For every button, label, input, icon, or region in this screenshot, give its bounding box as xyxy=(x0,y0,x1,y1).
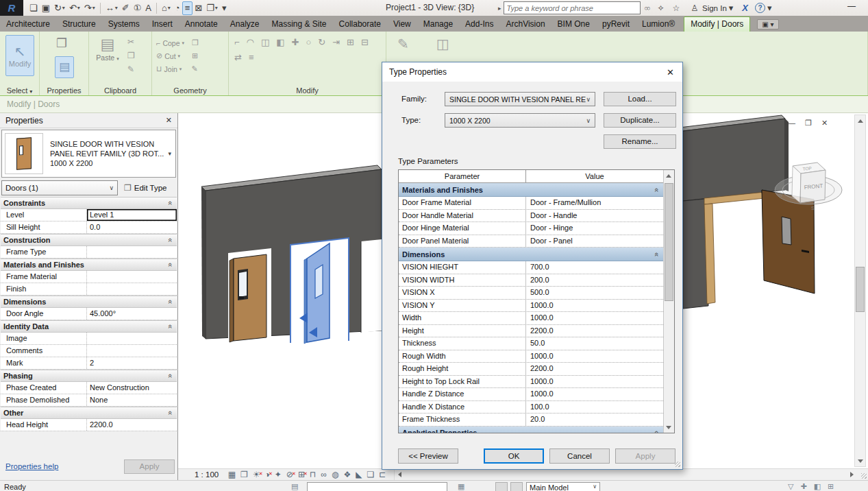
tab-pyrevit[interactable]: pyRevit xyxy=(596,17,636,32)
horizontal-scrollbar[interactable] xyxy=(394,470,868,480)
ribbon-display-toggle[interactable]: ▣ ▾ xyxy=(757,19,778,29)
match-type-properties-icon[interactable]: ✎ xyxy=(127,64,135,74)
param-value[interactable]: 200.0 xyxy=(526,274,663,287)
crop-view-icon[interactable]: ⊘✕ xyxy=(286,470,293,480)
scroll-left-arrow[interactable] xyxy=(395,470,405,480)
tab-bim-one[interactable]: BIM One xyxy=(551,17,596,32)
param-value[interactable] xyxy=(87,271,177,283)
preview-button[interactable]: << Preview xyxy=(398,448,458,464)
tab-analyze[interactable]: Analyze xyxy=(224,17,266,32)
view-scale[interactable]: 1 : 100 xyxy=(195,470,219,479)
param-value[interactable]: 1000.0 xyxy=(526,312,663,324)
param-value[interactable]: 50.0 xyxy=(526,337,663,350)
array-icon[interactable]: ⊞ xyxy=(347,37,354,47)
tab-lumion[interactable]: Lumion® xyxy=(636,17,681,32)
aligned-dimension-icon[interactable]: ✐ xyxy=(120,1,132,15)
mirror-icon[interactable]: ◫ xyxy=(261,37,269,47)
paint-icon[interactable]: ✎ xyxy=(191,64,197,73)
param-value[interactable]: 100.0 xyxy=(526,401,663,414)
tab-insert[interactable]: Insert xyxy=(146,17,179,32)
param-value[interactable]: 1000.0 xyxy=(526,350,663,363)
help-icon[interactable]: ? xyxy=(755,3,765,13)
tab-systems[interactable]: Systems xyxy=(102,17,146,32)
type-combobox[interactable]: 1000 X 2200 ∨ xyxy=(445,113,595,128)
rendering-dialog-icon[interactable]: ✦ xyxy=(275,470,282,480)
properties-close-icon[interactable]: ✕ xyxy=(166,116,172,125)
reveal-constraints-icon[interactable]: ⊏ xyxy=(379,470,386,480)
collapse-icon[interactable]: « xyxy=(653,187,661,191)
cope-button[interactable]: ⌐ Cope▾ ❐ xyxy=(156,36,225,49)
temporary-hide-isolate-icon[interactable]: ∞ xyxy=(321,470,327,480)
collapse-icon[interactable]: « xyxy=(653,252,661,256)
analytical-model-icon[interactable]: ◣ xyxy=(356,470,362,480)
collapse-icon[interactable]: « xyxy=(166,238,175,242)
copy-to-clipboard-icon[interactable]: ❐ xyxy=(127,51,135,60)
load-button[interactable]: Load... xyxy=(604,92,676,106)
param-value[interactable]: Door - Hinge xyxy=(526,222,663,235)
close-hidden-windows-icon[interactable]: ⊠ xyxy=(193,1,204,15)
ok-button[interactable]: OK xyxy=(484,448,544,464)
collapse-icon[interactable]: « xyxy=(166,411,175,415)
filter-icon[interactable]: ◧ xyxy=(814,482,821,491)
param-value[interactable]: 1000.0 xyxy=(526,388,663,400)
status-toggle-2[interactable] xyxy=(510,482,523,491)
param-value[interactable]: Level 1 xyxy=(87,209,177,221)
dialog-resize-grip[interactable] xyxy=(675,462,680,467)
reveal-hidden-icon[interactable]: ◍ xyxy=(332,470,338,480)
view-close-icon[interactable]: ✕ xyxy=(821,119,828,128)
door-blue-selected[interactable] xyxy=(290,238,349,344)
communication-center-icon[interactable]: ✧ xyxy=(657,3,664,13)
redo-icon[interactable]: ↷▾ xyxy=(82,1,97,15)
panel-label-select[interactable]: Select ▾ xyxy=(0,86,39,95)
unlocked-3d-view-icon[interactable]: ⊓ xyxy=(310,470,316,480)
palette-group-phasing[interactable]: Phasing« xyxy=(1,370,177,382)
worksets-combobox[interactable] xyxy=(307,482,447,491)
copy-modify-icon[interactable]: ○ xyxy=(306,37,311,47)
type-selector-dropdown-icon[interactable]: ▾ xyxy=(168,150,171,157)
tag-icon[interactable]: ① xyxy=(132,1,144,15)
dialog-title-bar[interactable]: Type Properties ✕ xyxy=(382,62,682,82)
table-scroll-up[interactable] xyxy=(664,170,673,181)
displacement-sets-icon[interactable]: ❏ xyxy=(367,470,374,480)
window-minimize-icon[interactable]: — xyxy=(847,1,856,11)
door-brown-open[interactable] xyxy=(704,190,815,304)
param-value[interactable]: 1000.0 xyxy=(526,376,663,388)
paste-button[interactable]: ▤ Paste ▾ xyxy=(96,36,119,81)
collapse-icon[interactable]: « xyxy=(166,300,175,304)
column-header-parameter[interactable]: Parameter xyxy=(399,170,526,182)
status-toggle-1[interactable] xyxy=(495,482,508,491)
search-icon[interactable]: ○○ xyxy=(645,5,649,12)
worksets-icon[interactable]: ▤ xyxy=(291,482,298,491)
crop-region-icon[interactable]: ⊞✕ xyxy=(298,470,305,480)
type-group-materials-and-finishes[interactable]: Materials and Finishes« xyxy=(399,183,663,197)
rename-button[interactable]: Rename... xyxy=(604,134,676,149)
temporary-view-properties-icon[interactable]: ❖ xyxy=(343,470,351,480)
collapse-icon[interactable]: « xyxy=(166,374,175,378)
sun-path-icon[interactable]: ☀✕ xyxy=(253,470,260,480)
param-value[interactable]: 45.000° xyxy=(87,308,177,320)
search-input[interactable] xyxy=(504,1,641,14)
join-button[interactable]: ⊔ Join▾ ✎ xyxy=(156,62,225,75)
panel-label-properties[interactable]: Properties xyxy=(40,86,88,95)
tab-modify-doors[interactable]: Modify | Doors xyxy=(684,16,750,32)
properties-palette-header[interactable]: Properties ✕ xyxy=(0,113,177,128)
press-drag-icon[interactable]: ✚ xyxy=(800,482,806,491)
exchange-apps-icon[interactable]: X xyxy=(742,3,748,13)
infocenter-toggle-icon[interactable]: ▸ xyxy=(498,5,501,12)
trim-icon[interactable]: ⇥ xyxy=(332,37,340,47)
param-value[interactable] xyxy=(87,345,177,357)
param-value[interactable] xyxy=(87,246,177,258)
tab-archvision[interactable]: ArchVision xyxy=(499,17,551,32)
vertical-scroll-thumb[interactable] xyxy=(856,267,865,312)
tab-massing-site[interactable]: Massing & Site xyxy=(266,17,333,32)
pick-new-host-button[interactable]: ◫ xyxy=(436,36,449,52)
param-value[interactable]: 20.0 xyxy=(526,414,663,426)
exclude-options-icon[interactable]: ▽ xyxy=(788,482,793,491)
cut-to-clipboard-icon[interactable]: ✂ xyxy=(127,37,135,47)
wall-joins-icon[interactable]: ❐ xyxy=(192,38,199,47)
param-value[interactable]: Door - Handle xyxy=(526,210,663,222)
rotate-icon[interactable]: ↻ xyxy=(318,37,325,47)
param-value[interactable] xyxy=(87,333,177,344)
favorites-icon[interactable]: ☆ xyxy=(672,3,680,13)
measure-icon[interactable]: ↔▾ xyxy=(103,1,120,15)
